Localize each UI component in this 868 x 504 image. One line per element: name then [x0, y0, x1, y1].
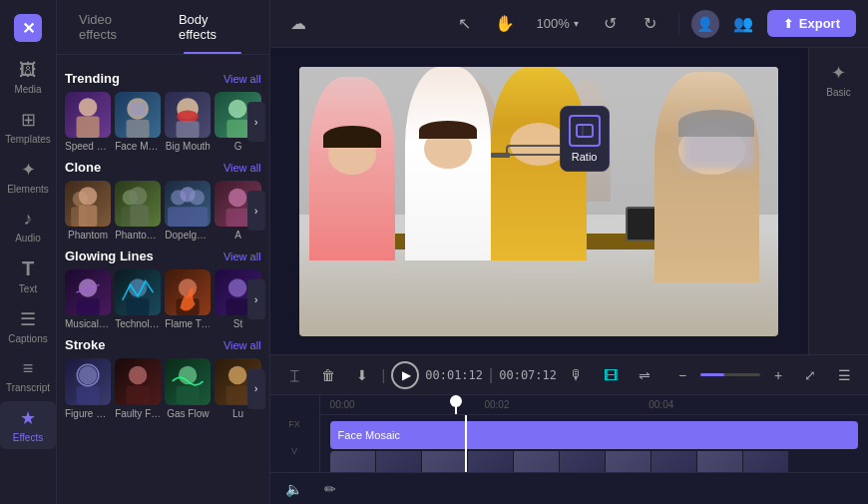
- sidebar-item-transcript[interactable]: ≡ Transcript: [0, 352, 56, 399]
- effects-content[interactable]: Trending View all Speed Str... Face Mos.…: [57, 55, 269, 504]
- right-panel-basic[interactable]: ✦ Basic: [811, 56, 867, 104]
- effect-name-figure-gla: Figure Gla...: [65, 408, 111, 419]
- timeline-toolbar: ⌶ 🗑 ⬇ | ▶ 00:01:12 | 00:07:12 🎙 🎞 ⇌: [270, 355, 868, 395]
- split-audio-button[interactable]: ⇌: [631, 361, 658, 389]
- ratio-popup[interactable]: Ratio: [560, 106, 610, 172]
- svg-rect-15: [79, 206, 97, 228]
- effect-musical[interactable]: Musical N...: [65, 269, 111, 329]
- svg-point-17: [129, 187, 147, 205]
- svg-rect-41: [177, 386, 200, 404]
- effect-name-technolog: Technolog...: [115, 318, 161, 329]
- sidebar-item-media[interactable]: 🖼 Media: [0, 54, 56, 101]
- tab-video-effects[interactable]: Video effects: [65, 0, 165, 54]
- effect-name-g: G: [215, 141, 260, 152]
- split-button[interactable]: ⌶: [280, 361, 308, 389]
- zoom-level: 100%: [537, 16, 570, 31]
- hand-tool-button[interactable]: ✋: [489, 8, 521, 40]
- clone-section-header: Clone View all: [65, 160, 261, 175]
- text-icon: T: [22, 257, 34, 280]
- effect-name-phantom: Phantom: [65, 230, 111, 241]
- effect-technolog[interactable]: Technolog...: [115, 269, 161, 329]
- face-mosaic-label: Face Mosaic: [338, 429, 400, 441]
- effect-dopelgan[interactable]: Dopelgan...: [165, 181, 211, 241]
- overflow-button[interactable]: ☰: [830, 361, 858, 389]
- trending-scroll-right[interactable]: ›: [247, 102, 265, 142]
- effect-figure-gla[interactable]: Figure Gla...: [65, 358, 111, 418]
- effect-face-mos[interactable]: Face Mos...: [115, 92, 161, 152]
- fullscreen-icon: ⤢: [804, 367, 816, 383]
- clone-scroll-right[interactable]: ›: [247, 191, 265, 231]
- zoom-plus-button[interactable]: +: [766, 363, 790, 387]
- undo-button[interactable]: ↺: [595, 8, 627, 40]
- effect-name-a: A: [215, 230, 260, 241]
- svg-text:✕: ✕: [22, 20, 35, 37]
- effect-faulty-fra[interactable]: Faulty Fra...: [115, 358, 161, 418]
- audio-volume-icon: 🔈: [285, 481, 302, 497]
- download-button[interactable]: ⬇: [348, 361, 376, 389]
- export-button[interactable]: ⬆ Export: [767, 10, 856, 37]
- effect-name-musical: Musical N...: [65, 318, 111, 329]
- ruler-mark-2: 00:04: [649, 399, 673, 410]
- total-time: 00:07:12: [499, 368, 557, 382]
- fullscreen-button[interactable]: ⤢: [796, 361, 824, 389]
- effect-phantom2[interactable]: Phantom ...: [115, 181, 161, 241]
- ruler-mark-1: 00:02: [484, 399, 509, 410]
- zoom-minus-button[interactable]: −: [670, 363, 694, 387]
- effect-thumb-flame: [165, 269, 211, 315]
- delete-button[interactable]: 🗑: [314, 361, 342, 389]
- upload-button[interactable]: ☁: [282, 8, 314, 40]
- effect-thumb-faulty-fra: [115, 358, 161, 404]
- pencil-button[interactable]: ✏: [316, 475, 344, 503]
- play-button[interactable]: ▶: [391, 361, 419, 389]
- mic-button[interactable]: 🎙: [563, 361, 591, 389]
- redo-button[interactable]: ↻: [635, 8, 666, 40]
- effect-thumb-technolog: [115, 269, 161, 315]
- zoom-slider[interactable]: [700, 373, 760, 376]
- sidebar-item-effects[interactable]: ★ Effects: [0, 401, 56, 449]
- sidebar-audio-label: Audio: [15, 233, 41, 244]
- effect-speed-str[interactable]: Speed Str...: [65, 92, 111, 152]
- top-toolbar: ☁ ↖ ✋ 100% ▾ ↺ ↻ 👤 👥 ⬆ Export: [270, 0, 868, 48]
- split-audio-icon: ⇌: [639, 367, 651, 383]
- track-label-fx: FX: [270, 413, 319, 434]
- timeline-section: ⌶ 🗑 ⬇ | ▶ 00:01:12 | 00:07:12 🎙 🎞 ⇌: [270, 354, 868, 504]
- effect-track-button[interactable]: 🎞: [597, 361, 625, 389]
- stroke-view-all[interactable]: View all: [223, 339, 261, 351]
- tab-body-effects[interactable]: Body effects: [165, 0, 261, 54]
- clone-view-all[interactable]: View all: [223, 162, 261, 174]
- svg-point-42: [228, 366, 246, 384]
- sidebar-item-elements[interactable]: ✦ Elements: [0, 153, 56, 201]
- timeline-bottom: 🔈 ✏: [270, 472, 868, 504]
- glowing-view-all[interactable]: View all: [223, 251, 261, 262]
- face-mosaic-track: Face Mosaic: [330, 421, 858, 449]
- user-avatar[interactable]: 👤: [691, 10, 719, 38]
- sidebar-item-captions[interactable]: ☰ Captions: [0, 302, 56, 350]
- sidebar-item-templates[interactable]: ⊞ Templates: [0, 103, 56, 151]
- svg-rect-5: [131, 103, 146, 115]
- select-tool-button[interactable]: ↖: [449, 8, 481, 40]
- trending-grid: Speed Str... Face Mos... Big Mouth G: [65, 92, 261, 152]
- effect-flame[interactable]: Flame Trails: [165, 269, 211, 329]
- stroke-title: Stroke: [65, 337, 105, 352]
- svg-rect-9: [177, 121, 200, 138]
- svg-rect-19: [131, 206, 149, 228]
- effect-gas-flow[interactable]: Gas Flow: [165, 358, 211, 418]
- svg-point-10: [228, 100, 246, 118]
- trending-view-all[interactable]: View all: [223, 73, 261, 85]
- zoom-control[interactable]: 100% ▾: [529, 12, 587, 35]
- stroke-scroll-right[interactable]: ›: [247, 369, 265, 409]
- effect-phantom[interactable]: Phantom: [65, 181, 111, 241]
- sidebar-item-text[interactable]: T Text: [0, 252, 56, 300]
- sidebar-logo[interactable]: ✕: [0, 8, 56, 48]
- right-panel: ✦ Basic: [808, 48, 868, 354]
- zoom-plus-icon: +: [774, 367, 782, 383]
- track-label-video: V: [270, 434, 319, 468]
- glowing-scroll-right[interactable]: ›: [247, 279, 265, 319]
- svg-point-24: [228, 189, 246, 207]
- sidebar-item-audio[interactable]: ♪ Audio: [0, 203, 56, 250]
- svg-rect-23: [168, 207, 208, 227]
- user-settings-button[interactable]: 👥: [727, 8, 759, 40]
- mic-icon: 🎙: [570, 367, 584, 383]
- effect-big-mouth[interactable]: Big Mouth: [165, 92, 211, 152]
- audio-button[interactable]: 🔈: [280, 475, 308, 503]
